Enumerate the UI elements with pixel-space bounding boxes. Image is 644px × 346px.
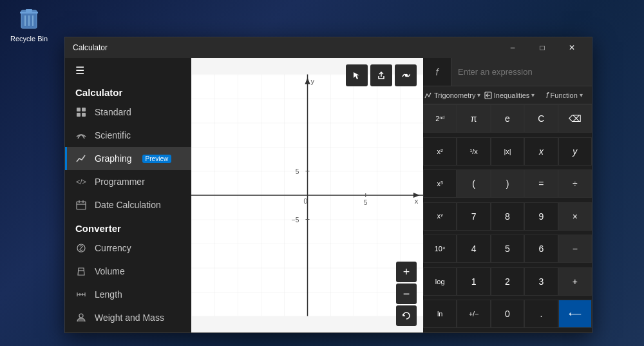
key-2nd[interactable]: 2ⁿᵈ bbox=[423, 104, 457, 133]
zoom-controls: + − bbox=[396, 262, 417, 326]
key-3[interactable]: 3 bbox=[524, 267, 558, 296]
function-button[interactable]: f Function ▾ bbox=[537, 86, 592, 104]
svg-rect-8 bbox=[77, 113, 80, 117]
key-close-paren[interactable]: ) bbox=[491, 169, 524, 198]
graph-area: y x 5 −5 0 5 + − bbox=[191, 58, 423, 332]
key-abs[interactable]: |x| bbox=[491, 137, 524, 166]
hamburger-button[interactable]: ☰ bbox=[68, 59, 93, 82]
zoom-reset-button[interactable] bbox=[396, 305, 417, 326]
graph-toolbar bbox=[346, 64, 417, 86]
sidebar-item-length[interactable]: Length bbox=[65, 283, 191, 306]
calc-body: ☰ Calculator Standard bbox=[65, 58, 592, 332]
key-7[interactable]: 7 bbox=[457, 202, 490, 231]
length-icon bbox=[75, 289, 87, 300]
inequalities-button[interactable]: Inequalities ▾ bbox=[482, 86, 536, 104]
calculator-section-label: Calculator bbox=[65, 83, 191, 101]
sidebar-item-date[interactable]: Date Calculation bbox=[65, 193, 191, 216]
sidebar: ☰ Calculator Standard bbox=[65, 58, 191, 332]
key-plus-minus[interactable]: +/− bbox=[457, 300, 490, 328]
key-e[interactable]: e bbox=[491, 104, 524, 133]
weight-icon bbox=[75, 312, 87, 323]
key-x-cubed[interactable]: x³ bbox=[423, 169, 457, 198]
key-subtract[interactable]: − bbox=[558, 235, 592, 263]
key-2[interactable]: 2 bbox=[491, 267, 524, 296]
key-pi[interactable]: π bbox=[457, 104, 490, 133]
svg-point-21 bbox=[79, 314, 83, 318]
svg-rect-1 bbox=[20, 12, 38, 14]
key-8[interactable]: 8 bbox=[491, 202, 524, 231]
graphing-label: Graphing bbox=[95, 153, 132, 164]
key-ln[interactable]: ln bbox=[423, 300, 457, 328]
programmer-icon: </> bbox=[75, 176, 87, 187]
weight-label: Weight and Mass bbox=[95, 312, 164, 323]
scientific-label: Scientific bbox=[95, 130, 131, 140]
scientific-icon bbox=[75, 130, 87, 141]
sidebar-item-scientific[interactable]: Scientific bbox=[65, 124, 191, 147]
key-reciprocal[interactable]: ¹/x bbox=[457, 137, 490, 166]
key-6[interactable]: 6 bbox=[524, 235, 558, 263]
key-1[interactable]: 1 bbox=[457, 267, 490, 296]
sidebar-item-currency[interactable]: Currency bbox=[65, 236, 191, 260]
svg-rect-7 bbox=[82, 108, 86, 111]
svg-text:x: x bbox=[415, 197, 419, 205]
recycle-bin-label: Recycle Bin bbox=[10, 35, 48, 43]
key-open-paren[interactable]: ( bbox=[457, 169, 490, 198]
key-enter[interactable]: ⟵ bbox=[558, 300, 592, 328]
key-x[interactable]: x bbox=[524, 137, 558, 166]
converter-section-label: Converter bbox=[65, 219, 191, 236]
expression-input[interactable] bbox=[451, 58, 592, 86]
date-label: Date Calculation bbox=[95, 200, 161, 210]
key-add[interactable]: + bbox=[558, 267, 592, 296]
key-log[interactable]: log bbox=[423, 267, 457, 296]
sidebar-item-about[interactable]: About bbox=[65, 329, 191, 332]
trace-tool-button[interactable] bbox=[395, 64, 417, 86]
zoom-in-button[interactable]: + bbox=[396, 262, 417, 282]
key-backspace[interactable]: ⌫ bbox=[558, 104, 592, 133]
key-decimal[interactable]: . bbox=[524, 300, 558, 328]
currency-icon bbox=[75, 242, 87, 254]
share-tool-button[interactable] bbox=[370, 64, 392, 86]
desktop: Recycle Bin Calculator – □ ✕ ☰ Calculato… bbox=[0, 0, 644, 346]
key-x-power-y[interactable]: xʸ bbox=[423, 202, 457, 231]
key-x-squared[interactable]: x² bbox=[423, 137, 457, 166]
zoom-out-button[interactable]: − bbox=[396, 284, 417, 304]
right-panel: f Trigonometry ▾ bbox=[423, 58, 592, 332]
inequalities-label: Inequalities bbox=[494, 91, 530, 99]
key-10-power-x[interactable]: 10ˣ bbox=[423, 235, 457, 263]
graph-svg: y x 5 −5 0 5 bbox=[191, 58, 423, 332]
title-bar-controls: – □ ✕ bbox=[498, 37, 587, 58]
maximize-button[interactable]: □ bbox=[527, 37, 557, 58]
key-9[interactable]: 9 bbox=[524, 202, 558, 231]
svg-text:0: 0 bbox=[303, 198, 307, 205]
window-title: Calculator bbox=[73, 43, 108, 52]
svg-point-26 bbox=[406, 75, 408, 77]
calculator-window: Calculator – □ ✕ ☰ Calculator bbox=[64, 37, 592, 333]
length-label: Length bbox=[95, 289, 122, 300]
key-5[interactable]: 5 bbox=[491, 235, 524, 263]
cursor-tool-button[interactable] bbox=[346, 64, 368, 86]
trig-label: Trigonometry bbox=[434, 91, 475, 99]
key-equals[interactable]: = bbox=[524, 169, 558, 198]
svg-rect-10 bbox=[77, 202, 86, 209]
programmer-label: Programmer bbox=[95, 177, 145, 187]
recycle-bin[interactable]: Recycle Bin bbox=[10, 6, 48, 43]
key-multiply[interactable]: × bbox=[558, 202, 592, 231]
fn-bar: Trigonometry ▾ Inequalities ▾ f bbox=[423, 86, 592, 104]
recycle-bin-icon bbox=[16, 6, 42, 32]
key-0[interactable]: 0 bbox=[491, 300, 524, 328]
svg-text:5: 5 bbox=[296, 168, 299, 175]
close-button[interactable]: ✕ bbox=[557, 37, 587, 58]
sidebar-item-volume[interactable]: Volume bbox=[65, 260, 191, 283]
sidebar-item-programmer[interactable]: </> Programmer bbox=[65, 170, 191, 193]
minimize-button[interactable]: – bbox=[498, 37, 527, 58]
expression-bar: f bbox=[423, 58, 592, 86]
key-y[interactable]: y bbox=[558, 137, 592, 166]
sidebar-item-graphing[interactable]: Graphing Preview bbox=[65, 147, 191, 170]
trig-button[interactable]: Trigonometry ▾ bbox=[423, 86, 482, 104]
sidebar-item-weight[interactable]: Weight and Mass bbox=[65, 306, 191, 329]
key-4[interactable]: 4 bbox=[457, 235, 490, 263]
function-label: Function bbox=[551, 91, 578, 99]
sidebar-item-standard[interactable]: Standard bbox=[65, 101, 191, 124]
key-clear[interactable]: C bbox=[524, 104, 558, 133]
key-divide[interactable]: ÷ bbox=[558, 169, 592, 198]
